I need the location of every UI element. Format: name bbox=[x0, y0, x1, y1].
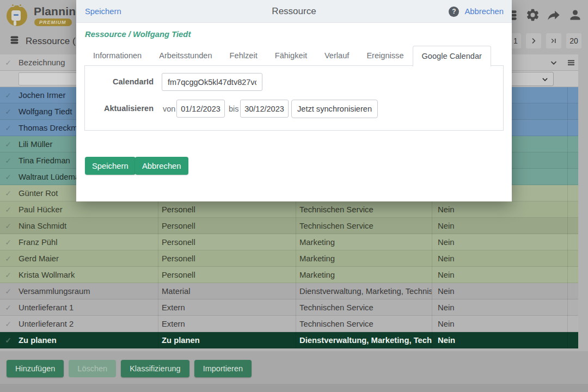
tab-verlauf[interactable]: Verlauf bbox=[316, 46, 358, 66]
row-name: Paul Hücker bbox=[16, 201, 158, 218]
row-extra-cell bbox=[567, 316, 578, 332]
row-extra-cell bbox=[567, 332, 578, 348]
row-check-icon[interactable]: ✓ bbox=[5, 91, 11, 100]
table-row[interactable]: ✓ Unterlieferant 2 Extern Technischen Se… bbox=[0, 316, 578, 332]
row-department: Marketing bbox=[296, 250, 432, 267]
row-plan-flag: Nein bbox=[432, 332, 567, 348]
cancel-button[interactable]: Abbrechen bbox=[135, 157, 188, 175]
row-check-icon[interactable]: ✓ bbox=[5, 303, 11, 312]
tab-fehlzeit[interactable]: Fehlzeit bbox=[221, 46, 266, 66]
row-check-icon[interactable]: ✓ bbox=[5, 124, 11, 132]
to-label: bis bbox=[229, 105, 239, 113]
tab-f-higkeit[interactable]: Fähigkeit bbox=[266, 46, 316, 66]
save-button[interactable]: Speichern bbox=[85, 157, 136, 175]
row-extra-cell bbox=[567, 136, 578, 152]
row-check-icon[interactable]: ✓ bbox=[5, 222, 11, 230]
table-row[interactable]: ✓ Gerd Maier Personell Marketing Nein bbox=[0, 250, 578, 267]
footer-button-klassifizierung[interactable]: Klassifizierung bbox=[121, 360, 189, 377]
row-extra-cell bbox=[567, 120, 578, 136]
row-extra-cell bbox=[567, 299, 578, 316]
calendar-id-label: CalendarId bbox=[85, 77, 154, 86]
row-type: Extern bbox=[158, 299, 296, 316]
row-check-icon[interactable]: ✓ bbox=[5, 320, 11, 328]
help-icon[interactable]: ? bbox=[449, 7, 459, 17]
column-chevron-down-icon[interactable] bbox=[549, 58, 559, 68]
row-check-icon[interactable]: ✓ bbox=[5, 238, 11, 247]
resource-list-icon bbox=[9, 34, 20, 48]
next-page-button[interactable] bbox=[526, 33, 541, 48]
pagination: / 1 20 bbox=[506, 33, 581, 48]
row-check-icon[interactable]: ✓ bbox=[5, 156, 11, 165]
footer-buttons: HinzufügenLöschenKlassifizierungImportie… bbox=[7, 360, 252, 377]
row-type: Personell bbox=[158, 234, 296, 250]
table-row[interactable]: ✓ Unterlieferant 1 Extern Technischen Se… bbox=[0, 299, 578, 316]
calendar-id-input[interactable] bbox=[162, 73, 262, 91]
row-plan-flag: Nein bbox=[432, 201, 567, 218]
footer-button-hinzuf-gen[interactable]: Hinzufügen bbox=[7, 360, 64, 377]
sync-now-button[interactable]: Jetzt synchronisieren bbox=[291, 100, 378, 118]
select-all-check-icon[interactable]: ✓ bbox=[5, 58, 11, 67]
row-type: Extern bbox=[158, 316, 296, 332]
share-forward-icon[interactable] bbox=[547, 8, 561, 22]
table-row[interactable]: ✓ Franz Pühl Personell Marketing Nein bbox=[0, 234, 578, 250]
update-label: Aktualisieren bbox=[85, 104, 154, 113]
row-extra-cell bbox=[567, 201, 578, 218]
row-plan-flag: Nein bbox=[432, 283, 567, 299]
row-name: Unterlieferant 2 bbox=[16, 316, 158, 332]
row-check-icon[interactable]: ✓ bbox=[5, 205, 11, 214]
row-type: Zu planen bbox=[158, 332, 296, 348]
row-check-icon[interactable]: ✓ bbox=[5, 140, 11, 149]
row-extra-cell bbox=[567, 218, 578, 234]
column-menu-icon[interactable] bbox=[566, 58, 576, 68]
row-department: Technischen Service bbox=[296, 316, 432, 332]
row-department: Dienstverwaltung, Marketing, Technis… bbox=[296, 283, 432, 299]
row-name: Versammlungsraum bbox=[16, 283, 158, 299]
footer-button-l-schen[interactable]: Löschen bbox=[69, 360, 116, 377]
row-check-icon[interactable]: ✓ bbox=[5, 271, 11, 279]
row-check-icon[interactable]: ✓ bbox=[5, 107, 11, 116]
tab-informationen[interactable]: Informationen bbox=[84, 46, 150, 66]
row-plan-flag: Nein bbox=[432, 234, 567, 250]
row-type: Personell bbox=[158, 267, 296, 283]
row-check-icon[interactable]: ✓ bbox=[5, 336, 11, 345]
row-check-icon[interactable]: ✓ bbox=[5, 173, 11, 181]
table-row[interactable]: ✓ Paul Hücker Personell Technischen Serv… bbox=[0, 201, 578, 218]
row-check-icon[interactable]: ✓ bbox=[5, 189, 11, 198]
row-department: Technischen Service bbox=[296, 218, 432, 234]
page-size-value[interactable]: 20 bbox=[566, 33, 581, 48]
table-row[interactable]: ✓ Nina Schmidt Personell Technischen Ser… bbox=[0, 218, 578, 234]
row-extra-cell bbox=[567, 250, 578, 267]
row-department: Technischen Service bbox=[296, 201, 432, 218]
row-extra-cell bbox=[567, 87, 578, 103]
row-name: Nina Schmidt bbox=[16, 218, 158, 234]
row-extra-cell bbox=[567, 234, 578, 250]
table-row[interactable]: ✓ Versammlungsraum Material Dienstverwal… bbox=[0, 283, 578, 299]
row-plan-flag: Nein bbox=[432, 316, 567, 332]
row-department: Technischen Service bbox=[296, 299, 432, 316]
tab-ereignisse[interactable]: Ereignisse bbox=[358, 46, 412, 66]
modal-header: Speichern Ressource ? Abbrechen bbox=[76, 0, 512, 23]
app-logo bbox=[7, 3, 30, 27]
row-check-icon[interactable]: ✓ bbox=[5, 287, 11, 296]
to-date-input[interactable] bbox=[240, 100, 289, 118]
settings-gear-icon[interactable] bbox=[525, 8, 540, 22]
row-name: Unterlieferant 1 bbox=[16, 299, 158, 316]
user-account-icon[interactable] bbox=[568, 8, 583, 22]
row-name: Krista Wollmark bbox=[16, 267, 158, 283]
select-chevron-down-icon bbox=[541, 76, 549, 83]
row-extra-cell bbox=[567, 283, 578, 299]
tab-google-calendar[interactable]: Google Calendar bbox=[413, 46, 491, 66]
row-name: Franz Pühl bbox=[16, 234, 158, 250]
from-date-input[interactable] bbox=[176, 100, 225, 118]
modal-cancel-link[interactable]: Abbrechen bbox=[464, 7, 504, 16]
row-check-icon[interactable]: ✓ bbox=[5, 254, 11, 263]
google-calendar-panel: CalendarId Aktualisieren von bis Jetzt s… bbox=[84, 65, 504, 131]
tab-arbeitsstunden[interactable]: Arbeitsstunden bbox=[150, 46, 220, 66]
table-row[interactable]: ✓ Krista Wollmark Personell Marketing Ne… bbox=[0, 267, 578, 283]
toolbar-title: Ressource (1 bbox=[26, 36, 81, 47]
last-page-button[interactable] bbox=[546, 33, 561, 48]
footer-button-importieren[interactable]: Importieren bbox=[194, 360, 252, 377]
breadcrumb: Ressource / Wolfgang Tiedt bbox=[85, 30, 191, 39]
resource-modal: Speichern Ressource ? Abbrechen Ressourc… bbox=[76, 0, 512, 201]
table-row[interactable]: ✓ Zu planen Zu planen Dienstverwaltung, … bbox=[0, 332, 578, 348]
